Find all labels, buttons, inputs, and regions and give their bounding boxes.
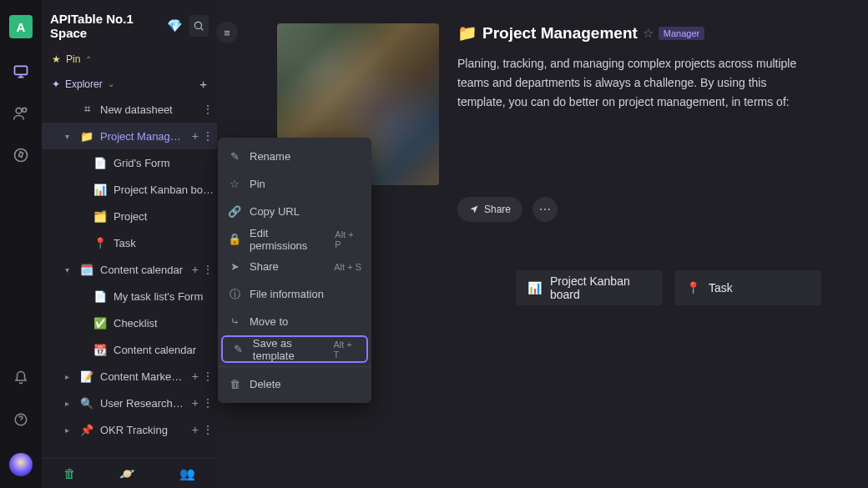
caret-icon: ▾ (65, 132, 73, 141)
ctx-delete[interactable]: 🗑Delete (218, 370, 371, 398)
node-label: Grid's Form (114, 157, 214, 169)
search-button[interactable] (189, 15, 209, 37)
tree-item[interactable]: ▾🗓️Content calendar+⋮ (42, 256, 217, 283)
pin-section[interactable]: ★ Pin ⌃ (42, 48, 217, 70)
context-menu: ✎Rename ☆Pin 🔗Copy URL 🔒Edit permissions… (218, 138, 371, 403)
tree-item[interactable]: ▾📁Project Management+⋮ (42, 123, 217, 149)
tree: ⌗ New datasheet ⋮ ▾📁Project Management+⋮… (42, 96, 217, 488)
tree-item[interactable]: 📄My task list's Form (42, 283, 217, 309)
chevron-up-icon: ⌃ (85, 55, 92, 64)
page-title[interactable]: Project Management (482, 24, 638, 43)
explorer-section[interactable]: ✦ Explorer ⌄ + (42, 70, 217, 96)
add-icon[interactable]: + (192, 396, 199, 410)
star-icon: ☆ (228, 178, 241, 190)
tree-item[interactable]: 📍Task (42, 229, 217, 256)
node-icon: 📍 (93, 237, 107, 249)
node-label: OKR Tracking (100, 424, 185, 436)
svg-point-3 (15, 149, 28, 162)
contacts-icon[interactable] (13, 105, 29, 122)
space-title[interactable]: APITable No.1 Space (50, 12, 160, 40)
svg-rect-0 (15, 66, 28, 74)
chevron-down-icon: ⌄ (108, 79, 114, 88)
more-button[interactable]: ⋯ (532, 197, 558, 222)
lock-icon: 🔒 (228, 233, 241, 245)
card-icon: 📊 (527, 281, 542, 294)
ctx-share[interactable]: ➤ShareAlt + S (218, 253, 371, 280)
add-icon[interactable]: + (192, 129, 199, 143)
add-icon[interactable]: + (192, 423, 199, 436)
tree-item[interactable]: ✅Checklist (42, 309, 217, 336)
link-icon: 🔗 (228, 205, 241, 218)
sidebar-footer: 🗑 🪐 👥 (42, 458, 217, 488)
people-icon[interactable]: 👥 (179, 466, 195, 481)
info-icon: ⓘ (228, 287, 241, 302)
ctx-file-info[interactable]: ⓘFile information (218, 280, 371, 308)
discover-icon[interactable] (13, 147, 29, 164)
svg-point-5 (195, 22, 202, 28)
add-icon[interactable]: + (192, 263, 199, 276)
workbench-icon[interactable] (13, 63, 29, 80)
role-badge: Manager (659, 27, 704, 40)
pin-label: Pin (66, 53, 80, 65)
add-icon[interactable]: + (192, 370, 199, 383)
node-icon: ✅ (93, 317, 107, 330)
more-icon[interactable]: ⋮ (202, 129, 214, 143)
child-card[interactable]: 📊Project Kanban board (516, 270, 663, 305)
left-rail: A (0, 0, 42, 488)
node-icon: 📝 (80, 370, 93, 383)
help-icon[interactable] (13, 411, 29, 428)
collapse-sidebar-button[interactable]: ≡ (216, 22, 238, 43)
gem-icon: 💎 (167, 18, 183, 33)
more-icon[interactable]: ⋮ (202, 103, 214, 116)
tree-item[interactable]: 📆Content calendar (42, 336, 217, 363)
explorer-icon: ✦ (52, 78, 60, 90)
node-label: My task list's Form (114, 290, 214, 303)
user-avatar[interactable] (9, 453, 33, 476)
workspace-avatar[interactable]: A (9, 15, 33, 38)
send-icon: ➤ (228, 260, 241, 273)
child-card[interactable]: 📍Task (674, 270, 821, 305)
tree-item[interactable]: 📄Grid's Form (42, 149, 217, 176)
more-icon[interactable]: ⋮ (202, 396, 214, 410)
svg-point-2 (23, 108, 27, 112)
node-icon: 🗂️ (93, 210, 107, 223)
node-icon: 📄 (93, 290, 107, 303)
node-icon: 📄 (93, 157, 107, 169)
more-icon[interactable]: ⋮ (202, 370, 214, 383)
tree-item[interactable]: 📊Project Kanban board (42, 176, 217, 203)
caret-icon: ▸ (65, 372, 73, 381)
ctx-rename[interactable]: ✎Rename (218, 143, 371, 170)
star-outline-icon[interactable]: ☆ (643, 26, 654, 41)
card-icon: 📍 (686, 281, 700, 294)
folder-icon: 📁 (457, 23, 477, 43)
tree-item[interactable]: ▸📌OKR Tracking+⋮ (42, 416, 217, 443)
template-icon: ✎ (233, 343, 245, 355)
ctx-copy-url[interactable]: 🔗Copy URL (218, 198, 371, 225)
tree-item[interactable]: 🗂️Project (42, 203, 217, 229)
ctx-edit-permissions[interactable]: 🔒Edit permissionsAlt + P (218, 225, 371, 253)
add-node-button[interactable]: + (199, 77, 207, 91)
node-label: Content calendar (100, 264, 185, 276)
node-icon: 📌 (80, 424, 93, 436)
node-label: User Research Manageme... (100, 397, 185, 410)
trash-icon[interactable]: 🗑 (63, 466, 76, 480)
caret-icon: ▸ (65, 399, 73, 408)
tree-item[interactable]: ▸🔍User Research Manageme...+⋮ (42, 390, 217, 416)
sidebar: APITable No.1 Space 💎 ★ Pin ⌃ ✦ Explorer… (42, 0, 217, 488)
more-icon[interactable]: ⋮ (202, 423, 214, 436)
share-button[interactable]: Share (457, 197, 522, 222)
planet-icon[interactable]: 🪐 (119, 466, 135, 481)
node-icon: 🔍 (80, 397, 93, 410)
tree-item[interactable]: ▸📝Content Marketing for SEO+⋮ (42, 363, 217, 390)
node-label: Checklist (114, 317, 214, 330)
caret-icon: ▾ (65, 265, 73, 274)
node-icon: 📆 (93, 344, 107, 356)
ctx-save-template[interactable]: ✎Save as templateAlt + T (221, 335, 368, 363)
grid-icon: ⌗ (80, 103, 93, 116)
ctx-move-to[interactable]: ⤷Move to (218, 308, 371, 335)
notifications-icon[interactable] (13, 370, 29, 386)
new-datasheet[interactable]: ⌗ New datasheet ⋮ (42, 96, 217, 123)
more-icon[interactable]: ⋮ (202, 263, 214, 276)
move-icon: ⤷ (228, 315, 241, 328)
ctx-pin[interactable]: ☆Pin (218, 170, 371, 198)
